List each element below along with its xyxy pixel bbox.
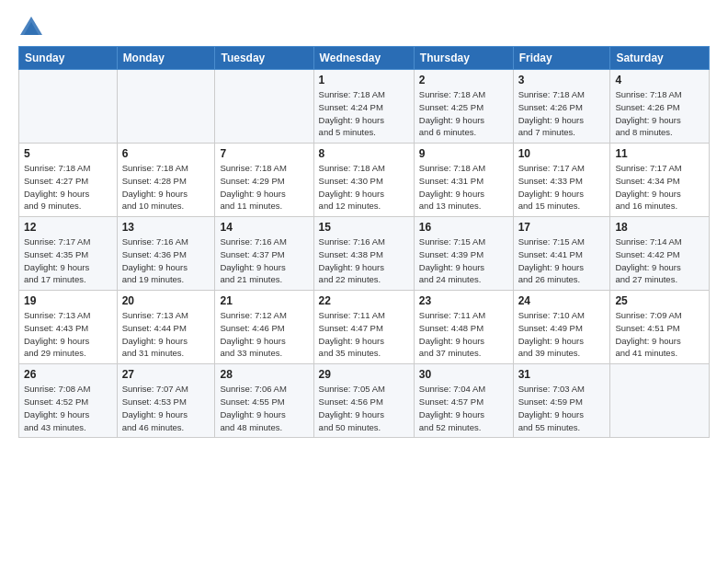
day-cell: 14Sunrise: 7:16 AM Sunset: 4:37 PM Dayli…	[215, 217, 313, 291]
day-info: Sunrise: 7:18 AM Sunset: 4:27 PM Dayligh…	[24, 163, 90, 211]
week-row-5: 26Sunrise: 7:08 AM Sunset: 4:52 PM Dayli…	[19, 364, 710, 438]
day-cell: 17Sunrise: 7:15 AM Sunset: 4:41 PM Dayli…	[513, 217, 610, 291]
day-info: Sunrise: 7:17 AM Sunset: 4:33 PM Dayligh…	[518, 163, 585, 211]
day-info: Sunrise: 7:09 AM Sunset: 4:51 PM Dayligh…	[615, 310, 681, 358]
weekday-monday: Monday	[117, 47, 215, 70]
day-info: Sunrise: 7:17 AM Sunset: 4:34 PM Dayligh…	[615, 163, 681, 211]
day-info: Sunrise: 7:18 AM Sunset: 4:29 PM Dayligh…	[220, 163, 286, 211]
weekday-header-row: SundayMondayTuesdayWednesdayThursdayFrid…	[19, 47, 710, 70]
day-cell	[610, 364, 710, 438]
day-number: 23	[419, 294, 508, 307]
day-number: 2	[419, 74, 508, 86]
day-info: Sunrise: 7:11 AM Sunset: 4:48 PM Dayligh…	[419, 310, 485, 358]
day-number: 28	[220, 368, 308, 381]
weekday-sunday: Sunday	[19, 47, 118, 70]
day-cell: 24Sunrise: 7:10 AM Sunset: 4:49 PM Dayli…	[513, 291, 610, 364]
day-cell: 16Sunrise: 7:15 AM Sunset: 4:39 PM Dayli…	[414, 217, 513, 291]
day-cell: 10Sunrise: 7:17 AM Sunset: 4:33 PM Dayli…	[513, 144, 610, 217]
day-cell: 23Sunrise: 7:11 AM Sunset: 4:48 PM Dayli…	[414, 291, 513, 364]
day-number: 10	[518, 147, 606, 160]
day-cell: 31Sunrise: 7:03 AM Sunset: 4:59 PM Dayli…	[513, 364, 610, 438]
day-number: 18	[615, 221, 704, 234]
day-number: 16	[419, 221, 508, 234]
day-number: 21	[220, 294, 308, 307]
day-cell: 26Sunrise: 7:08 AM Sunset: 4:52 PM Dayli…	[19, 364, 118, 438]
header	[18, 15, 710, 40]
day-number: 17	[518, 221, 606, 234]
day-info: Sunrise: 7:17 AM Sunset: 4:35 PM Dayligh…	[24, 236, 90, 284]
day-info: Sunrise: 7:16 AM Sunset: 4:38 PM Dayligh…	[319, 236, 385, 284]
day-cell: 25Sunrise: 7:09 AM Sunset: 4:51 PM Dayli…	[610, 291, 710, 364]
day-cell: 13Sunrise: 7:16 AM Sunset: 4:36 PM Dayli…	[117, 217, 215, 291]
day-cell: 4Sunrise: 7:18 AM Sunset: 4:26 PM Daylig…	[610, 70, 710, 144]
weekday-friday: Friday	[513, 47, 610, 70]
day-cell: 21Sunrise: 7:12 AM Sunset: 4:46 PM Dayli…	[215, 291, 313, 364]
weekday-wednesday: Wednesday	[313, 47, 414, 70]
day-cell: 19Sunrise: 7:13 AM Sunset: 4:43 PM Dayli…	[19, 291, 118, 364]
day-number: 29	[319, 368, 409, 381]
day-info: Sunrise: 7:16 AM Sunset: 4:36 PM Dayligh…	[122, 236, 188, 284]
day-number: 31	[518, 368, 606, 381]
day-number: 26	[24, 368, 112, 381]
day-number: 14	[220, 221, 308, 234]
day-info: Sunrise: 7:18 AM Sunset: 4:26 PM Dayligh…	[615, 89, 681, 137]
day-number: 15	[319, 221, 409, 234]
day-info: Sunrise: 7:18 AM Sunset: 4:24 PM Dayligh…	[319, 89, 385, 137]
day-cell: 7Sunrise: 7:18 AM Sunset: 4:29 PM Daylig…	[215, 144, 313, 217]
day-number: 8	[319, 147, 409, 160]
day-info: Sunrise: 7:13 AM Sunset: 4:44 PM Dayligh…	[122, 310, 188, 358]
day-info: Sunrise: 7:18 AM Sunset: 4:30 PM Dayligh…	[319, 163, 385, 211]
day-cell: 9Sunrise: 7:18 AM Sunset: 4:31 PM Daylig…	[414, 144, 513, 217]
day-cell: 22Sunrise: 7:11 AM Sunset: 4:47 PM Dayli…	[313, 291, 414, 364]
day-number: 11	[615, 147, 704, 160]
day-info: Sunrise: 7:13 AM Sunset: 4:43 PM Dayligh…	[24, 310, 90, 358]
logo	[18, 15, 47, 40]
day-info: Sunrise: 7:18 AM Sunset: 4:31 PM Dayligh…	[419, 163, 485, 211]
day-cell: 6Sunrise: 7:18 AM Sunset: 4:28 PM Daylig…	[117, 144, 215, 217]
day-number: 13	[122, 221, 210, 234]
day-info: Sunrise: 7:06 AM Sunset: 4:55 PM Dayligh…	[220, 384, 286, 431]
day-cell	[117, 70, 215, 144]
day-cell: 20Sunrise: 7:13 AM Sunset: 4:44 PM Dayli…	[117, 291, 215, 364]
calendar-body: 1Sunrise: 7:18 AM Sunset: 4:24 PM Daylig…	[19, 70, 710, 438]
day-cell: 2Sunrise: 7:18 AM Sunset: 4:25 PM Daylig…	[414, 70, 513, 144]
day-number: 25	[615, 294, 704, 307]
day-number: 7	[220, 147, 308, 160]
day-info: Sunrise: 7:15 AM Sunset: 4:39 PM Dayligh…	[419, 236, 485, 284]
day-cell	[215, 70, 313, 144]
day-info: Sunrise: 7:18 AM Sunset: 4:26 PM Dayligh…	[518, 89, 585, 137]
day-cell: 12Sunrise: 7:17 AM Sunset: 4:35 PM Dayli…	[19, 217, 118, 291]
day-number: 5	[24, 147, 112, 160]
day-info: Sunrise: 7:04 AM Sunset: 4:57 PM Dayligh…	[419, 384, 485, 431]
logo-icon	[18, 15, 44, 40]
day-number: 19	[24, 294, 112, 307]
day-info: Sunrise: 7:12 AM Sunset: 4:46 PM Dayligh…	[220, 310, 286, 358]
day-number: 4	[615, 74, 704, 86]
day-number: 1	[319, 74, 409, 86]
day-cell: 30Sunrise: 7:04 AM Sunset: 4:57 PM Dayli…	[414, 364, 513, 438]
weekday-tuesday: Tuesday	[215, 47, 313, 70]
day-cell: 11Sunrise: 7:17 AM Sunset: 4:34 PM Dayli…	[610, 144, 710, 217]
day-number: 27	[122, 368, 210, 381]
day-number: 6	[122, 147, 210, 160]
day-cell: 15Sunrise: 7:16 AM Sunset: 4:38 PM Dayli…	[313, 217, 414, 291]
day-number: 12	[24, 221, 112, 234]
day-info: Sunrise: 7:08 AM Sunset: 4:52 PM Dayligh…	[24, 384, 90, 431]
day-info: Sunrise: 7:10 AM Sunset: 4:49 PM Dayligh…	[518, 310, 585, 358]
day-info: Sunrise: 7:03 AM Sunset: 4:59 PM Dayligh…	[518, 384, 585, 431]
day-info: Sunrise: 7:18 AM Sunset: 4:25 PM Dayligh…	[419, 89, 485, 137]
day-info: Sunrise: 7:14 AM Sunset: 4:42 PM Dayligh…	[615, 236, 681, 284]
week-row-4: 19Sunrise: 7:13 AM Sunset: 4:43 PM Dayli…	[19, 291, 710, 364]
day-cell: 27Sunrise: 7:07 AM Sunset: 4:53 PM Dayli…	[117, 364, 215, 438]
day-info: Sunrise: 7:07 AM Sunset: 4:53 PM Dayligh…	[122, 384, 188, 431]
day-cell: 29Sunrise: 7:05 AM Sunset: 4:56 PM Dayli…	[313, 364, 414, 438]
main-container: SundayMondayTuesdayWednesdayThursdayFrid…	[0, 0, 728, 447]
day-cell: 18Sunrise: 7:14 AM Sunset: 4:42 PM Dayli…	[610, 217, 710, 291]
day-number: 30	[419, 368, 508, 381]
day-number: 3	[518, 74, 606, 86]
weekday-thursday: Thursday	[414, 47, 513, 70]
day-info: Sunrise: 7:18 AM Sunset: 4:28 PM Dayligh…	[122, 163, 188, 211]
day-number: 20	[122, 294, 210, 307]
calendar-table: SundayMondayTuesdayWednesdayThursdayFrid…	[18, 46, 710, 438]
week-row-1: 1Sunrise: 7:18 AM Sunset: 4:24 PM Daylig…	[19, 70, 710, 144]
